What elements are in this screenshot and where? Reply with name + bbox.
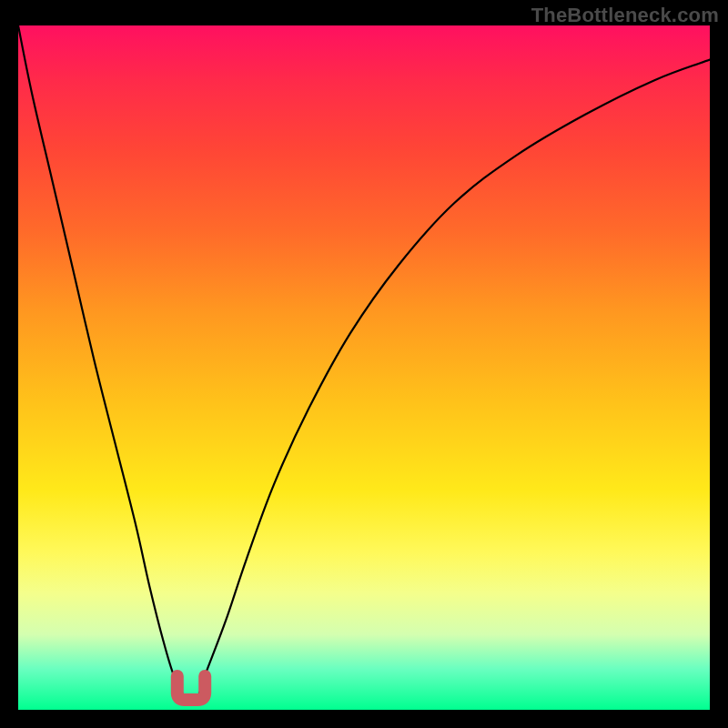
- curve-svg: [18, 25, 710, 710]
- chart-frame: TheBottleneck.com: [0, 0, 728, 728]
- plot-area: [18, 25, 710, 710]
- bottleneck-curve: [18, 25, 710, 698]
- watermark-text: TheBottleneck.com: [531, 4, 719, 27]
- valley-marker: [177, 676, 205, 700]
